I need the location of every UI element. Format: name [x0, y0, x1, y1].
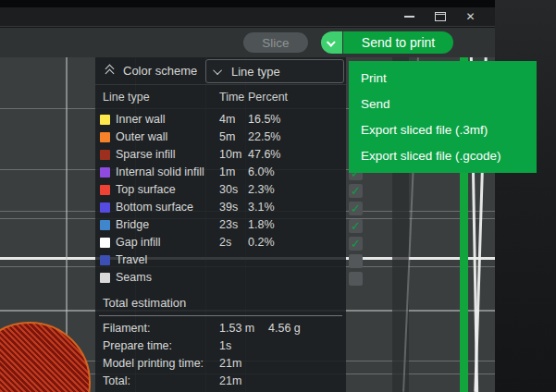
color-scheme-panel: Color scheme Line type Line type Time Pe… [95, 57, 346, 392]
column-header-time: Time [219, 91, 244, 104]
row-label: Seams [116, 271, 152, 284]
titlebar: ✕ [0, 7, 495, 27]
row-percent: 1.8% [248, 218, 275, 231]
total-label: Model printing time: [103, 357, 204, 370]
view-mode-value: Line type [231, 65, 280, 79]
menu-item[interactable]: Send [349, 92, 537, 117]
check-icon: ✓ [351, 185, 361, 197]
row-time: 39s [219, 201, 238, 214]
send-dropdown-button[interactable] [321, 31, 342, 54]
slicer-app-screenshot: ✕ Slice Send to print [0, 0, 556, 392]
row-percent: 0.2% [248, 236, 275, 249]
total-estimation-heading: Total estimation [103, 296, 186, 310]
row-percent: 22.5% [248, 130, 280, 143]
row-time: 30s [219, 183, 238, 196]
row-time: 5m [219, 130, 235, 143]
color-swatch [100, 150, 110, 160]
visibility-checkbox[interactable]: ✓ [349, 219, 363, 233]
row-time: 1m [219, 165, 235, 178]
line-type-row: Gap infill2s0.2% [95, 234, 346, 251]
window-top-edge [0, 0, 495, 7]
total-label: Total: [103, 374, 130, 387]
row-label: Internal solid infill [116, 165, 204, 178]
visibility-checkbox[interactable]: ✓ [349, 184, 363, 198]
toolbar: Slice Send to print [0, 28, 495, 57]
row-time: 23s [219, 218, 238, 231]
line-type-row: Seams [95, 269, 346, 287]
total-value2: 4.56 g [268, 322, 301, 335]
line-type-row: Bottom surface39s3.1% [95, 199, 346, 216]
visibility-checkbox[interactable]: ✓ [349, 202, 363, 215]
desktop-background [495, 0, 556, 392]
total-row: Model printing time:21m [95, 355, 346, 373]
menu-item[interactable]: Print [349, 66, 537, 92]
slice-button[interactable]: Slice [243, 32, 308, 53]
line-type-row: Sparse infill10m47.6% [95, 146, 346, 164]
panel-header: Color scheme Line type [95, 57, 346, 85]
total-label: Filament: [103, 322, 150, 335]
minimize-button[interactable] [394, 7, 425, 26]
row-label: Sparse infill [116, 148, 176, 161]
row-percent: 3.1% [248, 201, 275, 214]
row-percent: 16.5% [248, 113, 280, 126]
total-row: Filament:1.53 m4.56 g [95, 320, 346, 337]
send-to-print-button[interactable]: Send to print [343, 31, 453, 54]
total-value: 1s [219, 339, 231, 352]
visibility-checkbox[interactable] [349, 254, 363, 268]
minimize-icon [404, 16, 414, 18]
chevron-down-icon [213, 66, 222, 75]
color-swatch [100, 132, 110, 142]
line-type-row: Top surface30s2.3% [95, 181, 346, 199]
total-row: Prepare time:1s [95, 337, 346, 355]
total-value: 21m [219, 374, 241, 387]
app-window: ✕ Slice Send to print [0, 0, 495, 392]
row-time: 2s [219, 236, 231, 249]
line-type-row: Outer wall5m22.5% [95, 129, 346, 146]
line-type-table: Inner wall4m16.5%Outer wall5m22.5%Sparse… [95, 111, 346, 287]
line-type-row: Travel [95, 251, 346, 269]
line-type-row: Bridge23s1.8% [95, 216, 346, 234]
row-label: Outer wall [116, 130, 167, 143]
row-label: Inner wall [116, 113, 166, 126]
view-mode-select[interactable]: Line type [205, 59, 344, 83]
check-icon: ✓ [351, 202, 361, 214]
send-to-print-menu: PrintSendExport sliced file (.3mf)Export… [349, 61, 537, 173]
collapse-chevrons-icon [105, 66, 116, 77]
line-type-row: Internal solid infill1m6.0% [95, 164, 346, 181]
sliced-model-preview [0, 322, 91, 392]
color-swatch [100, 255, 110, 265]
menu-item[interactable]: Export sliced file (.3mf) [349, 117, 537, 143]
row-percent: 47.6% [248, 148, 280, 161]
row-label: Top surface [116, 183, 176, 196]
total-label: Prepare time: [103, 339, 172, 352]
collapse-panel-button[interactable]: Color scheme [95, 64, 197, 78]
line-type-row: Inner wall4m16.5% [95, 111, 346, 129]
maximize-icon [435, 12, 446, 21]
row-label: Bottom surface [116, 201, 193, 214]
row-label: Gap infill [116, 236, 161, 249]
maximize-button[interactable] [425, 7, 455, 26]
close-button[interactable]: ✕ [455, 7, 486, 26]
chevron-down-icon [327, 37, 336, 46]
color-swatch [100, 273, 110, 283]
color-swatch [100, 115, 110, 125]
color-swatch [100, 167, 110, 178]
totals-table: Filament:1.53 m4.56 gPrepare time:1sMode… [95, 320, 346, 390]
table-column-headers: Line type Time Percent [95, 85, 346, 109]
visibility-checkbox[interactable]: ✓ [349, 237, 363, 251]
panel-title: Color scheme [123, 64, 197, 78]
row-label: Travel [116, 253, 147, 266]
row-label: Bridge [116, 218, 149, 231]
check-icon: ✓ [351, 220, 361, 232]
color-swatch [100, 220, 110, 230]
row-time: 10m [219, 148, 241, 161]
color-swatch [100, 185, 110, 195]
visibility-checkbox[interactable] [349, 272, 363, 286]
column-header-line-type: Line type [103, 91, 150, 104]
row-time: 4m [219, 113, 235, 126]
check-icon: ✓ [351, 238, 361, 250]
column-header-percent: Percent [248, 91, 288, 104]
total-row: Total:21m [95, 373, 346, 390]
menu-item[interactable]: Export sliced file (.gcode) [349, 143, 537, 169]
total-value: 1.53 m [219, 322, 254, 335]
